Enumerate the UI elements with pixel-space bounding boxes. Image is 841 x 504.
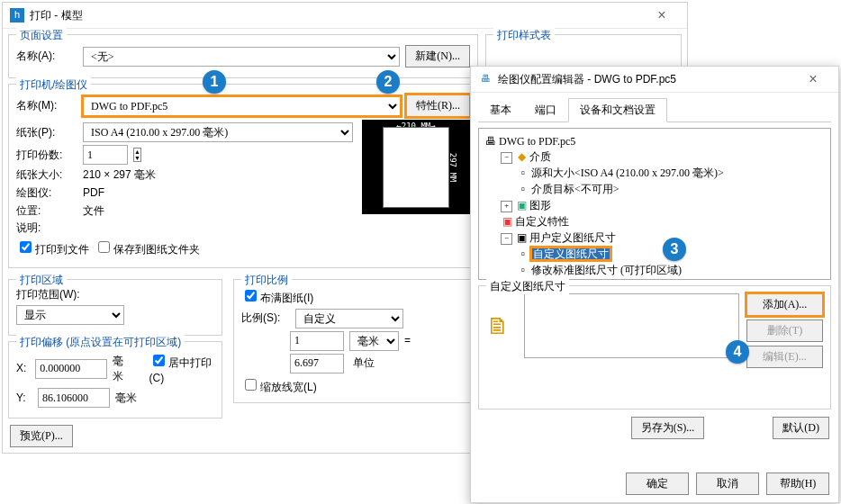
editor-close-icon[interactable]: ×	[795, 69, 831, 89]
tab-port[interactable]: 端口	[523, 98, 568, 122]
scale-legend: 打印比例	[241, 273, 292, 288]
expand-icon[interactable]: +	[501, 201, 512, 212]
size-list[interactable]	[524, 293, 739, 358]
offset-legend: 打印偏移 (原点设置在可打印区域)	[16, 335, 185, 350]
offset-group: 打印偏移 (原点设置在可打印区域) X:毫米 居中打印(C) Y:毫米	[8, 341, 222, 419]
area-group: 打印区域 打印范围(W): 显示	[8, 279, 222, 336]
loc-label: 位置:	[16, 203, 77, 219]
config-tree[interactable]: 🖶DWG to PDF.pc5 −◆介质 ▫源和大小<ISO A4 (210.0…	[478, 128, 831, 280]
new-button[interactable]: 新建(N)...	[405, 45, 470, 68]
name-m-select[interactable]: DWG to PDF.pc5	[83, 96, 401, 116]
loc-value: 文件	[83, 203, 104, 219]
print-titlebar: h 打印 - 模型 ×	[3, 3, 687, 29]
app-icon: h	[10, 8, 24, 22]
custom-size-group: 自定义图纸尺寸 🗎 添加(A)... 删除(T) 编辑(E)... 4	[478, 285, 831, 410]
page-setup-group: 页面设置 名称(A): <无> 新建(N)...	[8, 34, 478, 78]
save-sheet-check[interactable]: 保存到图纸文件夹	[95, 238, 200, 257]
scale-lw-check[interactable]: 缩放线宽(L)	[241, 381, 317, 393]
paper-select[interactable]: ISO A4 (210.00 x 297.00 毫米)	[83, 122, 353, 142]
y-label: Y:	[16, 391, 32, 406]
unit-num-input[interactable]	[290, 331, 344, 351]
editor-tabs: 基本 端口 设备和文档设置	[478, 98, 831, 122]
edit-button: 编辑(E)...	[746, 346, 823, 368]
x-label: X:	[16, 361, 30, 376]
name-m-label: 名称(M):	[16, 98, 77, 113]
saveas-button[interactable]: 另存为(S)...	[631, 417, 705, 439]
collapse-icon[interactable]: −	[501, 152, 512, 164]
editor-titlebar: 🖶 绘图仪配置编辑器 - DWG to PDF.pc5 ×	[471, 67, 838, 93]
delete-button: 删除(T)	[746, 320, 823, 342]
style-legend: 打印样式表	[493, 28, 555, 43]
editor-help-button[interactable]: 帮助(H)	[766, 472, 829, 495]
scale-select[interactable]: 自定义	[295, 309, 403, 328]
x-input[interactable]	[35, 359, 107, 379]
center-check[interactable]: 居中打印(C)	[149, 352, 214, 386]
scale-group: 打印比例 布满图纸(I) 比例(S):自定义 毫米= 单位 缩放线宽(L)	[233, 279, 475, 403]
papersize-value: 210 × 297 毫米	[83, 167, 156, 183]
unit-draw-input[interactable]	[290, 354, 344, 374]
paper-preview: ←210 MM→ 297 MM	[362, 120, 470, 214]
copies-label: 打印份数:	[16, 148, 77, 163]
range-select[interactable]: 显示	[16, 305, 124, 325]
editor-ok-button[interactable]: 确定	[626, 472, 689, 495]
copies-spinner[interactable]: ▲▼	[133, 148, 141, 162]
custom-size-legend: 自定义图纸尺寸	[486, 279, 569, 294]
name-a-label: 名称(A):	[16, 49, 77, 64]
close-icon[interactable]: ×	[644, 5, 680, 25]
desc-label: 说明:	[16, 220, 77, 236]
to-file-check[interactable]: 打印到文件	[16, 238, 89, 257]
scale-label: 比例(S):	[241, 310, 290, 326]
printer-legend: 打印机/绘图仪	[16, 77, 91, 93]
badge-2: 2	[376, 70, 400, 94]
tab-device-doc[interactable]: 设备和文档设置	[568, 98, 667, 122]
tree-item-custom-size[interactable]: ▫自定义图纸尺寸 3	[517, 247, 825, 262]
page-icon: 🗎	[486, 310, 510, 342]
name-a-select[interactable]: <无>	[83, 47, 400, 67]
preview-button[interactable]: 预览(P)...	[10, 425, 73, 447]
copies-input[interactable]	[83, 145, 128, 165]
fit-check[interactable]: 布满图纸(I)	[241, 292, 313, 304]
printer-group: 打印机/绘图仪 名称(M): DWG to PDF.pc5 特性(R)... 1…	[8, 84, 478, 268]
plotter-label: 绘图仪:	[16, 185, 77, 201]
badge-4: 4	[726, 340, 749, 364]
printer-icon: 🖶	[484, 135, 497, 148]
plotter-value: PDF	[83, 185, 104, 201]
tab-basic[interactable]: 基本	[478, 98, 523, 122]
page-setup-legend: 页面设置	[16, 28, 67, 43]
plotter-icon: 🖶	[478, 72, 493, 86]
y-input[interactable]	[38, 388, 110, 408]
range-label: 打印范围(W):	[16, 287, 214, 302]
editor-title: 绘图仪配置编辑器 - DWG to PDF.pc5	[498, 72, 795, 87]
badge-1: 1	[203, 70, 226, 94]
papersize-label: 纸张大小:	[16, 167, 77, 183]
properties-button[interactable]: 特性(R)...	[406, 94, 470, 117]
default-button[interactable]: 默认(D)	[773, 417, 829, 439]
badge-3: 3	[663, 238, 686, 261]
paper-label: 纸张(P):	[16, 125, 77, 140]
collapse-icon[interactable]: −	[501, 233, 512, 245]
editor-cancel-button[interactable]: 取消	[696, 472, 759, 495]
style-group: 打印样式表	[485, 34, 682, 68]
area-legend: 打印区域	[16, 273, 67, 288]
add-button[interactable]: 添加(A)...	[746, 293, 823, 316]
print-title: 打印 - 模型	[30, 8, 644, 23]
unit-mm-select[interactable]: 毫米	[349, 331, 399, 351]
